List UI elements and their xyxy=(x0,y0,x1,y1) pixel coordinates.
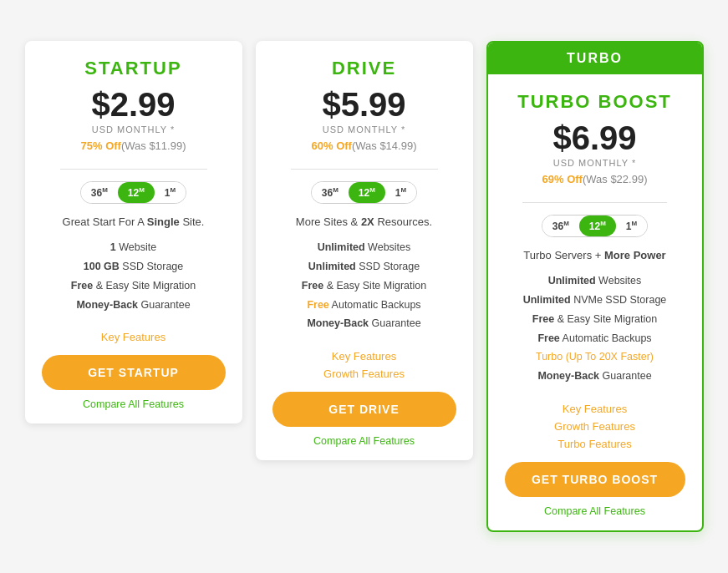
plan-cta-btn-turbo[interactable]: GET TURBO BOOST xyxy=(505,462,685,497)
plan-period-drive: USD MONTHLY * xyxy=(323,124,405,134)
period-btn-36M-startup[interactable]: 36M xyxy=(81,182,118,203)
plan-price-turbo: $6.99 xyxy=(552,119,636,156)
feature-item: 100 GB SSD Storage xyxy=(42,259,226,275)
plan-name-drive: DRIVE xyxy=(332,58,396,79)
plan-discount-startup: 75% Off(Was $11.99) xyxy=(81,139,186,152)
plan-name-turbo: TURBO BOOST xyxy=(517,91,672,113)
period-btn-12M-drive[interactable]: 12M xyxy=(349,182,385,203)
plan-discount-turbo: 69% Off(Was $22.99) xyxy=(542,173,648,185)
feature-item: Unlimited Websites xyxy=(272,240,456,256)
plan-compare-startup[interactable]: Compare All Features xyxy=(83,398,184,410)
plan-card-drive: DRIVE$5.99USD MONTHLY *60% Off(Was $14.9… xyxy=(256,41,473,460)
feature-item: Free Automatic Backups xyxy=(272,297,456,313)
period-btn-1M-drive[interactable]: 1M xyxy=(385,182,416,203)
plan-card-turbo: TURBOTURBO BOOST$6.99USD MONTHLY *69% Of… xyxy=(486,41,704,532)
plan-compare-turbo[interactable]: Compare All Features xyxy=(544,505,645,517)
plan-cta-btn-startup[interactable]: GET STARTUP xyxy=(42,355,226,390)
plan-price-startup: $2.99 xyxy=(91,86,175,123)
feature-item: Unlimited SSD Storage xyxy=(272,259,456,275)
plan-link-startup-0[interactable]: Key Features xyxy=(101,331,165,343)
plan-divider-startup xyxy=(60,169,207,170)
plan-tagline-turbo: Turbo Servers + More Power xyxy=(523,249,665,261)
plan-name-startup: STARTUP xyxy=(84,58,181,79)
feature-item: Unlimited NVMe SSD Storage xyxy=(505,292,685,308)
feature-item: Free & Easy Site Migration xyxy=(272,278,456,294)
feature-item: Money-Back Guarantee xyxy=(505,368,685,384)
period-selector-drive[interactable]: 36M12M1M xyxy=(311,181,417,204)
plan-tagline-drive: More Sites & 2X Resources. xyxy=(296,216,432,228)
period-btn-36M-drive[interactable]: 36M xyxy=(312,182,349,203)
plan-body-turbo: TURBO BOOST$6.99USD MONTHLY *69% Off(Was… xyxy=(488,74,702,530)
period-selector-turbo[interactable]: 36M12M1M xyxy=(542,215,648,237)
feature-item: 1 Website xyxy=(42,240,226,256)
period-btn-12M-turbo[interactable]: 12M xyxy=(579,216,616,236)
feature-item: Free Automatic Backups xyxy=(505,331,685,347)
plan-body-drive: DRIVE$5.99USD MONTHLY *60% Off(Was $14.9… xyxy=(256,41,473,460)
feature-item: Turbo (Up To 20X Faster) xyxy=(505,349,685,365)
plan-compare-drive[interactable]: Compare All Features xyxy=(313,435,415,447)
period-selector-startup[interactable]: 36M12M1M xyxy=(80,181,186,204)
plan-tagline-startup: Great Start For A Single Site. xyxy=(63,216,205,228)
plan-link-turbo-1[interactable]: Growth Features xyxy=(554,420,635,433)
plan-link-turbo-0[interactable]: Key Features xyxy=(563,403,627,415)
plan-features-turbo: Unlimited WebsitesUnlimited NVMe SSD Sto… xyxy=(505,273,685,388)
plan-features-startup: 1 Website100 GB SSD StorageFree & Easy S… xyxy=(42,240,226,316)
plan-discount-drive: 60% Off(Was $14.99) xyxy=(312,139,417,152)
plan-link-turbo-2[interactable]: Turbo Features xyxy=(557,438,631,450)
plan-cta-btn-drive[interactable]: GET DRIVE xyxy=(272,392,456,427)
plan-card-startup: STARTUP$2.99USD MONTHLY *75% Off(Was $11… xyxy=(25,41,242,423)
pricing-container: STARTUP$2.99USD MONTHLY *75% Off(Was $11… xyxy=(8,24,720,549)
plan-body-startup: STARTUP$2.99USD MONTHLY *75% Off(Was $11… xyxy=(25,41,242,423)
feature-item: Free & Easy Site Migration xyxy=(505,312,685,327)
plan-divider-turbo xyxy=(522,202,667,203)
plan-period-turbo: USD MONTHLY * xyxy=(553,158,636,168)
plan-divider-drive xyxy=(291,169,438,170)
feature-item: Free & Easy Site Migration xyxy=(42,278,226,294)
period-btn-12M-startup[interactable]: 12M xyxy=(118,182,155,203)
plan-links-drive: Key FeaturesGrowth Features xyxy=(272,350,456,380)
feature-item: Money-Back Guarantee xyxy=(42,297,226,313)
plan-link-drive-1[interactable]: Growth Features xyxy=(323,368,405,380)
plan-period-startup: USD MONTHLY * xyxy=(92,124,175,134)
period-btn-1M-turbo[interactable]: 1M xyxy=(616,216,647,236)
period-btn-1M-startup[interactable]: 1M xyxy=(155,182,186,203)
plan-features-drive: Unlimited WebsitesUnlimited SSD StorageF… xyxy=(272,240,456,335)
feature-item: Money-Back Guarantee xyxy=(272,316,456,332)
plan-links-startup: Key Features xyxy=(42,331,226,343)
period-btn-36M-turbo[interactable]: 36M xyxy=(542,216,579,236)
plan-link-drive-0[interactable]: Key Features xyxy=(332,350,396,363)
plan-price-drive: $5.99 xyxy=(322,86,405,123)
plan-links-turbo: Key FeaturesGrowth FeaturesTurbo Feature… xyxy=(505,403,685,450)
feature-item: Unlimited Websites xyxy=(505,273,685,289)
turbo-badge: TURBO xyxy=(488,43,702,74)
